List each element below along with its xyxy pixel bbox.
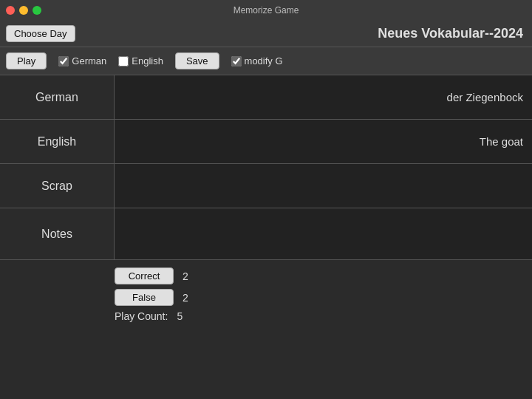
- save-button[interactable]: Save: [175, 52, 219, 69]
- correct-button[interactable]: Correct: [115, 267, 174, 284]
- modify-checkbox[interactable]: [231, 56, 242, 66]
- notes-value[interactable]: [115, 208, 532, 259]
- scrap-label: Scrap: [0, 164, 115, 208]
- zoom-button[interactable]: [33, 6, 41, 15]
- english-value[interactable]: The goat: [115, 120, 532, 163]
- play-count-label: Play Count:: [115, 310, 168, 322]
- close-button[interactable]: [6, 6, 15, 15]
- notes-label: Notes: [0, 208, 115, 259]
- play-count-value: 5: [177, 310, 183, 322]
- false-row: False 2: [115, 289, 532, 306]
- english-checkbox[interactable]: [118, 56, 129, 66]
- english-label: English: [0, 120, 115, 163]
- traffic-lights: [6, 6, 41, 15]
- notes-row: Notes: [0, 208, 532, 260]
- controls-bar: Play German English Save modify G: [0, 47, 532, 75]
- false-button[interactable]: False: [115, 289, 174, 306]
- choose-day-button[interactable]: Choose Day: [6, 25, 75, 42]
- false-value: 2: [183, 292, 188, 304]
- german-checkbox[interactable]: [58, 56, 69, 66]
- header-title: Neues Vokabular--2024: [83, 26, 526, 41]
- german-checkbox-group[interactable]: German: [58, 55, 106, 66]
- scrap-value[interactable]: [115, 164, 532, 208]
- app-title: Memorize Game: [233, 5, 299, 16]
- english-checkbox-group[interactable]: English: [118, 55, 163, 66]
- german-row: German der Ziegenbock: [0, 75, 532, 120]
- german-value[interactable]: der Ziegenbock: [115, 75, 532, 119]
- stats-panel: Correct 2 False 2 Play Count: 5: [0, 260, 532, 322]
- scrap-row: Scrap: [0, 164, 532, 208]
- modify-checkbox-group[interactable]: modify G: [231, 55, 283, 66]
- correct-row: Correct 2: [115, 267, 532, 284]
- toolbar: Choose Day Neues Vokabular--2024: [0, 21, 532, 47]
- english-checkbox-label: English: [132, 55, 163, 66]
- titlebar: Memorize Game: [0, 0, 532, 21]
- german-label: German: [0, 75, 115, 119]
- play-button[interactable]: Play: [6, 52, 47, 69]
- german-checkbox-label: German: [72, 55, 106, 66]
- main-content: German der Ziegenbock English The goat S…: [0, 75, 532, 399]
- correct-value: 2: [183, 270, 188, 282]
- minimize-button[interactable]: [19, 6, 28, 15]
- english-row: English The goat: [0, 120, 532, 164]
- play-count-row: Play Count: 5: [115, 310, 532, 322]
- modify-checkbox-label: modify G: [245, 55, 283, 66]
